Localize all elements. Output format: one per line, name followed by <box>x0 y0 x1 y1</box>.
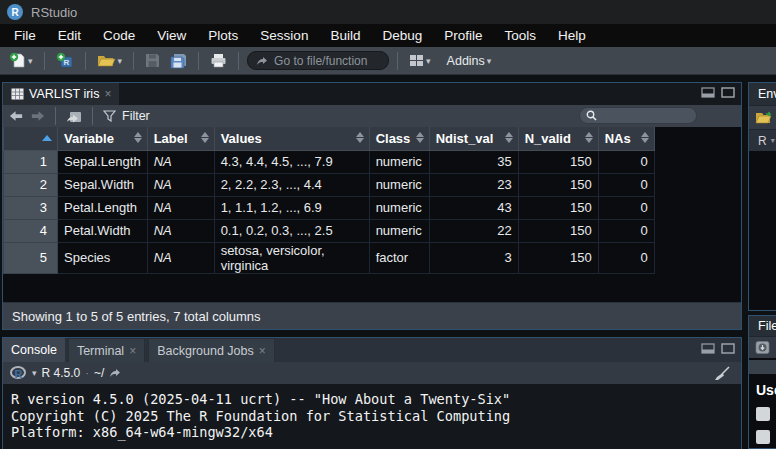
menu-item-file[interactable]: File <box>3 25 47 46</box>
data-viewer-pane: VARLIST iris × <box>2 82 742 330</box>
goto-directory-arrow-icon[interactable] <box>109 368 121 378</box>
menu-item-edit[interactable]: Edit <box>47 25 92 46</box>
panes-layout-button[interactable]: ▾ <box>406 52 434 69</box>
table-cell[interactable]: 2, 2.2, 2.3, ..., 4.4 <box>214 173 369 196</box>
table-cell[interactable]: NA <box>147 173 214 196</box>
menu-item-code[interactable]: Code <box>92 25 146 46</box>
maximize-icon[interactable] <box>721 87 735 98</box>
row-number-cell[interactable]: 3 <box>4 196 58 219</box>
table-cell[interactable]: numeric <box>369 173 429 196</box>
table-cell[interactable]: 0.1, 0.2, 0.3, ..., 2.5 <box>214 219 369 242</box>
row-number-cell[interactable]: 5 <box>4 242 58 273</box>
save-all-button[interactable] <box>167 51 190 71</box>
table-search-input[interactable] <box>579 107 697 124</box>
r-version-caret-icon[interactable]: ▾ <box>32 368 37 378</box>
new-file-button[interactable]: ▾ <box>6 50 36 71</box>
forward-icon[interactable] <box>30 110 45 122</box>
print-button[interactable] <box>207 51 230 70</box>
column-header-label[interactable]: Label <box>147 127 214 150</box>
table-cell[interactable]: Species <box>58 242 148 273</box>
column-header-variable[interactable]: Variable <box>58 127 148 150</box>
column-header-n_valid[interactable]: N_valid <box>518 127 598 150</box>
load-workspace-folder-icon[interactable] <box>755 110 774 125</box>
table-cell[interactable]: 1, 1.1, 1.2, ..., 6.9 <box>214 196 369 219</box>
clear-console-broom-icon[interactable] <box>713 366 731 381</box>
addins-button[interactable]: Addins ▾ <box>444 52 495 70</box>
table-cell[interactable]: NA <box>147 150 214 173</box>
column-header-nas[interactable]: NAs <box>598 127 654 150</box>
table-cell[interactable]: 3 <box>429 242 518 273</box>
table-cell[interactable]: 150 <box>518 173 598 196</box>
menu-item-help[interactable]: Help <box>547 25 597 46</box>
table-cell[interactable]: 35 <box>429 150 518 173</box>
table-cell[interactable]: setosa, versicolor, virginica <box>214 242 369 273</box>
table-cell[interactable]: 0 <box>598 150 654 173</box>
console-output[interactable]: R version 4.5.0 (2025-04-11 ucrt) -- "Ho… <box>3 384 741 449</box>
tab-varlist-iris[interactable]: VARLIST iris × <box>3 83 119 105</box>
tab-console[interactable]: Console <box>3 338 65 362</box>
table-cell[interactable]: 150 <box>518 242 598 273</box>
open-file-button[interactable]: ▾ <box>94 51 126 70</box>
table-cell[interactable]: numeric <box>369 219 429 242</box>
table-cell[interactable]: 4.3, 4.4, 4.5, ..., 7.9 <box>214 150 369 173</box>
table-cell[interactable]: Sepal.Width <box>58 173 148 196</box>
close-icon[interactable]: × <box>259 344 266 358</box>
menu-item-session[interactable]: Session <box>249 25 319 46</box>
console-tabstrip: ConsoleTerminal×Background Jobs× <box>3 338 741 362</box>
table-cell[interactable]: 0 <box>598 219 654 242</box>
tab-title: VARLIST iris <box>29 87 99 101</box>
tab-files[interactable]: Files <box>758 319 776 333</box>
maximize-icon[interactable] <box>721 343 735 354</box>
column-header-ndist_val[interactable]: Ndist_val <box>429 127 518 150</box>
table-cell[interactable]: 150 <box>518 196 598 219</box>
save-button[interactable] <box>142 51 163 70</box>
row-number-column-header[interactable] <box>4 127 58 150</box>
table-cell[interactable]: 0 <box>598 196 654 219</box>
new-blank-file-icon[interactable] <box>755 340 771 355</box>
table-cell[interactable]: 0 <box>598 242 654 273</box>
menu-item-plots[interactable]: Plots <box>197 25 249 46</box>
tab-terminal[interactable]: Terminal× <box>68 338 145 362</box>
table-cell[interactable]: 23 <box>429 173 518 196</box>
table-cell[interactable]: Petal.Width <box>58 219 148 242</box>
menu-item-profile[interactable]: Profile <box>433 25 493 46</box>
column-header-class[interactable]: Class <box>369 127 429 150</box>
table-cell[interactable]: factor <box>369 242 429 273</box>
row-number-cell[interactable]: 1 <box>4 150 58 173</box>
table-cell[interactable]: numeric <box>369 196 429 219</box>
table-cell[interactable]: NA <box>147 219 214 242</box>
file-row-checkbox[interactable] <box>756 430 770 444</box>
table-cell[interactable]: 43 <box>429 196 518 219</box>
minimize-icon[interactable] <box>701 87 715 98</box>
minimize-icon[interactable] <box>701 343 715 354</box>
filter-button[interactable]: Filter <box>122 109 150 123</box>
back-icon[interactable] <box>9 110 24 122</box>
file-row-checkbox[interactable] <box>756 407 770 421</box>
column-header-values[interactable]: Values <box>214 127 369 150</box>
menu-item-build[interactable]: Build <box>319 25 371 46</box>
row-number-cell[interactable]: 4 <box>4 219 58 242</box>
menu-item-view[interactable]: View <box>146 25 197 46</box>
table-cell[interactable]: NA <box>147 196 214 219</box>
tab-environment[interactable]: Envi <box>758 87 776 101</box>
goto-file-input[interactable]: Go to file/function <box>247 51 389 70</box>
show-in-new-window-icon[interactable] <box>66 110 82 123</box>
menu-item-debug[interactable]: Debug <box>371 25 433 46</box>
row-number-cell[interactable]: 2 <box>4 173 58 196</box>
tab-background-jobs[interactable]: Background Jobs× <box>148 338 275 362</box>
close-icon[interactable]: × <box>104 87 111 101</box>
close-icon[interactable]: × <box>129 344 136 358</box>
table-cell[interactable]: 22 <box>429 219 518 242</box>
table-cell[interactable]: 150 <box>518 219 598 242</box>
table-cell[interactable]: Sepal.Length <box>58 150 148 173</box>
table-cell[interactable]: 0 <box>598 173 654 196</box>
environment-language-dropdown[interactable]: R ▾ <box>749 129 776 151</box>
menu-item-tools[interactable]: Tools <box>493 25 547 46</box>
data-grid-icon <box>11 88 24 100</box>
new-project-button[interactable]: R <box>53 50 77 71</box>
r-logo-icon[interactable]: R <box>10 366 27 380</box>
table-cell[interactable]: Petal.Length <box>58 196 148 219</box>
table-cell[interactable]: numeric <box>369 150 429 173</box>
table-cell[interactable]: NA <box>147 242 214 273</box>
table-cell[interactable]: 150 <box>518 150 598 173</box>
